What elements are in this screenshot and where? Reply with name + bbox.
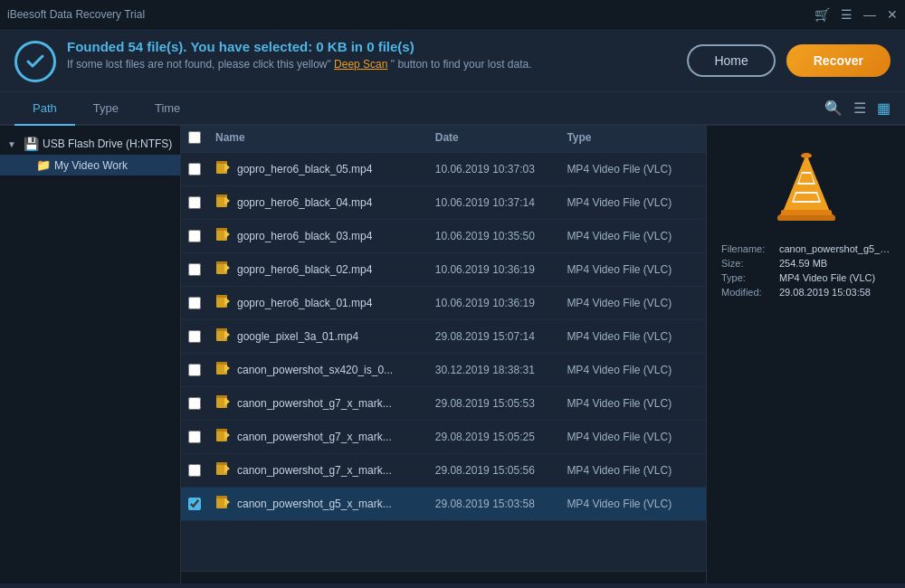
- row-filename: canon_powershot_g7_x_mark...: [215, 460, 435, 480]
- grid-view-icon[interactable]: ▦: [877, 100, 891, 117]
- svg-marker-38: [794, 194, 819, 201]
- row-checkbox-col: [188, 196, 215, 209]
- tab-type[interactable]: Type: [75, 92, 137, 126]
- row-checkbox-col: [188, 498, 215, 510]
- file-type-icon: [215, 327, 232, 346]
- table-row[interactable]: gopro_hero6_black_04.mp410.06.2019 10:37…: [181, 186, 706, 220]
- hint-suffix: " button to find your lost data.: [391, 58, 532, 71]
- modified-value: 29.08.2019 15:03:58: [779, 287, 871, 298]
- row-type: MP4 Video File (VLC): [567, 498, 699, 510]
- row-checkbox[interactable]: [188, 230, 201, 242]
- file-type-icon: [215, 159, 232, 179]
- search-icon[interactable]: 🔍: [824, 100, 843, 117]
- table-row[interactable]: gopro_hero6_black_03.mp410.06.2019 10:35…: [181, 220, 706, 253]
- table-row[interactable]: canon_powershot_g7_x_mark...29.08.2019 1…: [181, 454, 706, 488]
- close-icon[interactable]: ✕: [887, 7, 898, 22]
- tab-time[interactable]: Time: [137, 92, 198, 126]
- detail-modified-row: Modified: 29.08.2019 15:03:58: [721, 287, 891, 298]
- main-content: ▼ 💾 USB Flash Drive (H:NTFS) 📁 My Video …: [0, 126, 905, 583]
- header-text: Founded 54 file(s). You have selected: 0…: [67, 39, 532, 71]
- row-checkbox[interactable]: [188, 330, 201, 343]
- table-row[interactable]: canon_powershot_g5_x_mark...29.08.2019 1…: [181, 488, 706, 521]
- sidebar-item-drive[interactable]: ▼ 💾 USB Flash Drive (H:NTFS): [0, 133, 180, 155]
- svg-point-39: [801, 153, 812, 158]
- row-checkbox[interactable]: [188, 297, 201, 309]
- row-checkbox-col: [188, 464, 215, 477]
- row-type: MP4 Video File (VLC): [567, 230, 699, 242]
- tabbar-icons: 🔍 ☰ ▦: [824, 100, 891, 117]
- header-left: Founded 54 file(s). You have selected: 0…: [14, 39, 532, 82]
- row-checkbox-col: [188, 263, 215, 276]
- file-type-icon: [215, 260, 232, 280]
- row-date: 10.06.2019 10:36:19: [435, 263, 567, 276]
- row-type: MP4 Video File (VLC): [567, 397, 699, 410]
- filename-text: canon_powershot_g7_x_mark...: [237, 431, 392, 443]
- filelist-scroll[interactable]: gopro_hero6_black_05.mp410.06.2019 10:37…: [181, 153, 706, 571]
- row-checkbox[interactable]: [188, 163, 201, 175]
- row-date: 10.06.2019 10:35:50: [435, 230, 567, 242]
- filelist-header: Name Date Type: [181, 126, 706, 153]
- row-type: MP4 Video File (VLC): [567, 163, 699, 175]
- row-date: 10.06.2019 10:37:03: [435, 163, 567, 175]
- filename-text: google_pixel_3a_01.mp4: [237, 330, 358, 343]
- row-filename: canon_powershot_g5_x_mark...: [215, 494, 435, 514]
- filename-text: canon_powershot_g7_x_mark...: [237, 464, 392, 477]
- table-row[interactable]: canon_powershot_g7_x_mark...29.08.2019 1…: [181, 387, 706, 421]
- row-checkbox[interactable]: [188, 498, 201, 510]
- row-date: 29.08.2019 15:05:56: [435, 464, 567, 477]
- row-date: 29.08.2019 15:07:14: [435, 330, 567, 343]
- horizontal-scrollbar[interactable]: [181, 571, 706, 583]
- table-row[interactable]: gopro_hero6_black_05.mp410.06.2019 10:37…: [181, 153, 706, 186]
- row-filename: gopro_hero6_black_04.mp4: [215, 193, 435, 213]
- header-type-col: Type: [567, 131, 699, 147]
- filename-text: canon_powershot_g7_x_mark...: [237, 397, 392, 410]
- row-checkbox[interactable]: [188, 397, 201, 410]
- select-all-checkbox[interactable]: [188, 131, 201, 144]
- cart-icon[interactable]: 🛒: [814, 7, 830, 22]
- detail-type-row: Type: MP4 Video File (VLC): [721, 272, 891, 283]
- menu-icon[interactable]: ☰: [841, 7, 853, 22]
- window-title: iBeesoft Data Recovery Trial: [7, 8, 145, 21]
- file-type-icon: [215, 494, 232, 514]
- hint-prefix: If some lost files are not found, please…: [67, 58, 331, 71]
- row-type: MP4 Video File (VLC): [567, 263, 699, 276]
- tree-toggle-icon: ▼: [7, 139, 20, 149]
- file-type-icon: [215, 460, 232, 480]
- svg-rect-17: [216, 328, 227, 331]
- filename-text: canon_powershot_sx420_is_0...: [237, 364, 393, 376]
- list-view-icon[interactable]: ☰: [853, 100, 866, 117]
- deep-scan-link[interactable]: Deep Scan: [334, 58, 387, 71]
- table-row[interactable]: canon_powershot_sx420_is_0...30.12.2019 …: [181, 354, 706, 387]
- row-filename: gopro_hero6_black_02.mp4: [215, 260, 435, 280]
- header-buttons: Home Recover: [687, 44, 891, 77]
- tab-path[interactable]: Path: [14, 92, 75, 126]
- home-button[interactable]: Home: [687, 44, 775, 77]
- svg-rect-2: [216, 161, 227, 164]
- row-checkbox[interactable]: [188, 196, 201, 209]
- table-row[interactable]: canon_powershot_g7_x_mark...29.08.2019 1…: [181, 421, 706, 454]
- row-checkbox[interactable]: [188, 263, 201, 276]
- svg-rect-26: [216, 429, 227, 432]
- table-row[interactable]: gopro_hero6_black_02.mp410.06.2019 10:36…: [181, 253, 706, 287]
- row-type: MP4 Video File (VLC): [567, 431, 699, 443]
- table-row[interactable]: google_pixel_3a_01.mp429.08.2019 15:07:1…: [181, 320, 706, 354]
- row-checkbox-col: [188, 397, 215, 410]
- row-checkbox[interactable]: [188, 364, 201, 376]
- svg-rect-23: [216, 395, 227, 398]
- recover-button[interactable]: Recover: [786, 44, 891, 77]
- row-date: 29.08.2019 15:05:25: [435, 431, 567, 443]
- row-type: MP4 Video File (VLC): [567, 330, 699, 343]
- detail-size-row: Size: 254.59 MB: [721, 258, 891, 269]
- titlebar: iBeesoft Data Recovery Trial 🛒 ☰ — ✕: [0, 0, 905, 29]
- header: Founded 54 file(s). You have selected: 0…: [0, 29, 905, 92]
- file-type-icon: [215, 360, 232, 380]
- size-label: Size:: [721, 258, 776, 269]
- row-checkbox[interactable]: [188, 431, 201, 443]
- row-date: 10.06.2019 10:37:14: [435, 196, 567, 209]
- sidebar-item-folder[interactable]: 📁 My Video Work: [0, 155, 180, 175]
- table-row[interactable]: gopro_hero6_black_01.mp410.06.2019 10:36…: [181, 287, 706, 320]
- svg-rect-41: [777, 215, 835, 221]
- filename-text: canon_powershot_g5_x_mark...: [237, 498, 392, 510]
- minimize-icon[interactable]: —: [863, 7, 876, 22]
- row-checkbox[interactable]: [188, 464, 201, 477]
